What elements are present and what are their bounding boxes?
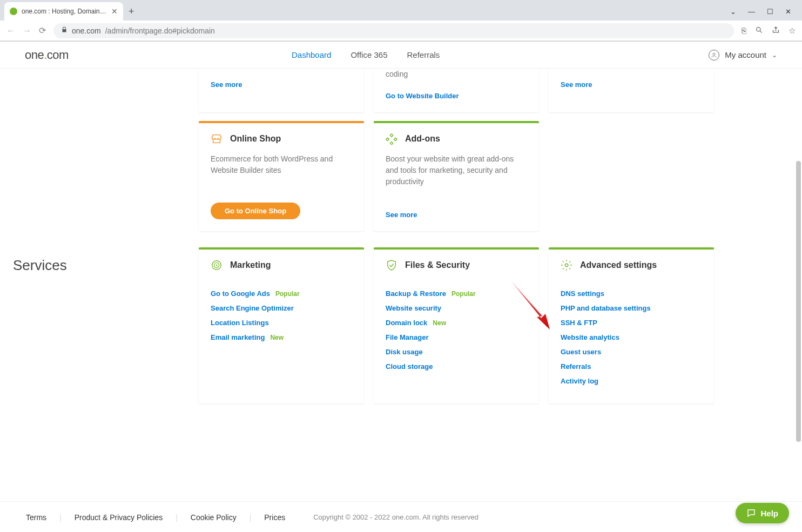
disk-usage-link[interactable]: Disk usage bbox=[386, 348, 423, 356]
marketing-links: Go to Google AdsPopular Search Engine Op… bbox=[211, 289, 352, 348]
partial-card-2: coding Go to Website Builder bbox=[374, 69, 539, 112]
content-area: See more coding Go to Website Builder Se… bbox=[0, 69, 802, 501]
referrals-link[interactable]: Referrals bbox=[561, 362, 591, 371]
window-controls: ⌄ — ☐ ✕ bbox=[730, 8, 798, 16]
nav-office365[interactable]: Office 365 bbox=[351, 50, 387, 59]
forward-icon[interactable]: → bbox=[23, 26, 31, 36]
domain-lock-link[interactable]: Domain lock bbox=[386, 319, 427, 327]
browser-chrome: one.com : Hosting, Domain, Ema ✕ + ⌄ — ☐… bbox=[0, 0, 802, 42]
footer-terms-link[interactable]: Terms bbox=[13, 513, 59, 522]
nav-dashboard[interactable]: Dashboard bbox=[292, 50, 331, 59]
partial-card-row: See more coding Go to Website Builder Se… bbox=[13, 69, 789, 112]
card-desc: Ecommerce for both WordPress and Website… bbox=[211, 153, 352, 176]
footer-copyright: Copyright © 2002 - 2022 one.com. All rig… bbox=[313, 513, 478, 521]
see-more-link[interactable]: See more bbox=[561, 80, 592, 89]
addons-icon bbox=[386, 133, 397, 145]
marketing-card: Marketing Go to Google AdsPopular Search… bbox=[199, 247, 364, 403]
card-title: Files & Security bbox=[405, 260, 470, 270]
svg-line-1 bbox=[760, 31, 761, 32]
services-row: Services Marketing Go to Google AdsPopu bbox=[13, 247, 789, 403]
advanced-settings-links: DNS settings PHP and database settings S… bbox=[561, 289, 702, 392]
go-to-google-ads-link[interactable]: Go to Google Ads bbox=[211, 289, 270, 298]
website-security-link[interactable]: Website security bbox=[386, 304, 441, 312]
account-label: My account bbox=[725, 50, 766, 59]
svg-point-2 bbox=[713, 53, 715, 55]
zoom-icon[interactable] bbox=[755, 26, 763, 36]
services-heading: Services bbox=[13, 247, 189, 403]
card-title: Add-ons bbox=[405, 134, 440, 144]
target-icon bbox=[211, 259, 223, 271]
tab-bar: one.com : Hosting, Domain, Ema ✕ + ⌄ — ☐… bbox=[0, 0, 802, 21]
lock-icon bbox=[61, 26, 68, 35]
backup-restore-link[interactable]: Backup & Restore bbox=[386, 289, 446, 298]
go-to-website-builder-link[interactable]: Go to Website Builder bbox=[386, 92, 459, 100]
new-tab-button[interactable]: + bbox=[129, 6, 134, 17]
scrollbar[interactable] bbox=[796, 69, 801, 436]
url-path: /admin/frontpage.do#pickdomain bbox=[105, 26, 215, 35]
new-badge: New bbox=[433, 319, 446, 327]
website-analytics-link[interactable]: Website analytics bbox=[561, 333, 619, 341]
translate-icon[interactable]: ⎘ bbox=[742, 26, 746, 36]
guest-users-link[interactable]: Guest users bbox=[561, 348, 601, 356]
online-shop-card: Online Shop Ecommerce for both WordPress… bbox=[199, 121, 364, 231]
popular-badge: Popular bbox=[275, 290, 300, 298]
advanced-settings-card: Advanced settings DNS settings PHP and d… bbox=[549, 247, 714, 403]
tab-favicon bbox=[10, 8, 17, 15]
footer-cookie-link[interactable]: Cookie Policy bbox=[178, 513, 250, 522]
chat-icon bbox=[746, 508, 756, 518]
chevron-down-icon[interactable]: ⌄ bbox=[730, 8, 736, 16]
popular-badge: Popular bbox=[451, 290, 476, 298]
browser-tab[interactable]: one.com : Hosting, Domain, Ema ✕ bbox=[4, 2, 123, 21]
shield-icon bbox=[386, 259, 397, 271]
seo-link[interactable]: Search Engine Optimizer bbox=[211, 304, 294, 312]
gear-icon bbox=[561, 259, 572, 271]
nav-referrals[interactable]: Referrals bbox=[407, 50, 440, 59]
php-database-link[interactable]: PHP and database settings bbox=[561, 304, 651, 312]
person-icon bbox=[709, 50, 719, 60]
activity-log-link[interactable]: Activity log bbox=[561, 377, 598, 385]
svg-point-6 bbox=[565, 264, 568, 267]
reload-icon[interactable]: ⟳ bbox=[39, 25, 46, 36]
scrollbar-thumb[interactable] bbox=[796, 161, 801, 442]
close-tab-icon[interactable]: ✕ bbox=[111, 7, 118, 16]
tab-title: one.com : Hosting, Domain, Ema bbox=[22, 8, 107, 15]
file-manager-link[interactable]: File Manager bbox=[386, 333, 428, 341]
logo[interactable]: one.com bbox=[25, 48, 69, 62]
footer-privacy-link[interactable]: Product & Privacy Policies bbox=[62, 513, 176, 522]
address-bar: ← → ⟳ one.com/admin/frontpage.do#pickdom… bbox=[0, 21, 802, 41]
card-title: Advanced settings bbox=[580, 260, 657, 270]
addons-card: Add-ons Boost your website with great ad… bbox=[374, 121, 539, 231]
dns-settings-link[interactable]: DNS settings bbox=[561, 289, 604, 298]
partial-card-1: See more bbox=[199, 69, 364, 112]
see-more-link[interactable]: See more bbox=[211, 80, 242, 89]
my-account-menu[interactable]: My account ⌄ bbox=[709, 50, 777, 60]
partial-card-3: See more bbox=[549, 69, 714, 112]
help-label: Help bbox=[760, 509, 778, 518]
card-title: Marketing bbox=[230, 260, 271, 270]
card-title: Online Shop bbox=[230, 134, 281, 144]
card-desc: Boost your website with great add-ons an… bbox=[386, 153, 527, 187]
cloud-storage-link[interactable]: Cloud storage bbox=[386, 362, 433, 371]
files-security-card: Files & Security Backup & RestorePopular… bbox=[374, 247, 539, 403]
svg-point-5 bbox=[216, 265, 218, 266]
ssh-ftp-link[interactable]: SSH & FTP bbox=[561, 319, 597, 327]
footer-links: Terms | Product & Privacy Policies | Coo… bbox=[13, 513, 298, 522]
email-marketing-link[interactable]: Email marketing bbox=[211, 333, 265, 341]
close-window-icon[interactable]: ✕ bbox=[785, 8, 791, 16]
footer-prices-link[interactable]: Prices bbox=[251, 513, 298, 522]
share-icon[interactable] bbox=[772, 26, 780, 36]
svg-point-0 bbox=[757, 27, 761, 31]
toolbar-right-icons: ⎘ ☆ bbox=[742, 26, 796, 36]
back-icon[interactable]: ← bbox=[6, 26, 15, 36]
url-field[interactable]: one.com/admin/frontpage.do#pickdomain bbox=[53, 23, 734, 38]
star-icon[interactable]: ☆ bbox=[788, 26, 796, 36]
new-badge: New bbox=[270, 334, 284, 341]
nav-links: Dashboard Office 365 Referrals bbox=[292, 50, 440, 59]
help-button[interactable]: Help bbox=[736, 503, 789, 523]
minimize-icon[interactable]: — bbox=[748, 8, 755, 16]
chevron-down-icon: ⌄ bbox=[772, 51, 777, 59]
location-listings-link[interactable]: Location Listings bbox=[211, 319, 269, 327]
maximize-icon[interactable]: ☐ bbox=[767, 8, 773, 16]
go-to-online-shop-button[interactable]: Go to Online Shop bbox=[211, 203, 300, 219]
see-more-link[interactable]: See more bbox=[386, 211, 417, 219]
